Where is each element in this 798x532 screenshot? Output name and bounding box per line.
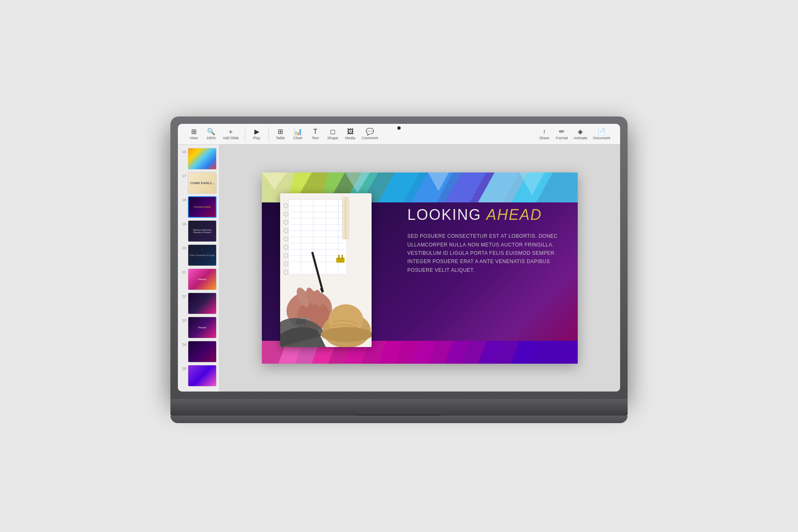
slide-thumbnail-inner <box>188 365 216 386</box>
list-item: 25 <box>178 365 219 387</box>
shape-icon: ◻ <box>330 128 335 135</box>
view-label: View <box>190 136 197 140</box>
slide-thumbnail-active[interactable]: LOOKING AHEAD <box>188 196 217 218</box>
table-button[interactable]: ⊞ Table <box>272 127 289 142</box>
media-label: Media <box>345 136 355 140</box>
slide-text-area: Looking Ahead Sed posuere consectetur es… <box>407 206 565 274</box>
laptop-hinge <box>357 412 441 416</box>
laptop-stand <box>170 399 628 416</box>
toolbar-group-right: ↑ Share ✏ Format ◈ Animate 📄 <box>532 127 616 142</box>
share-button[interactable]: ↑ Share <box>536 127 552 142</box>
screen-bezel: ⊞ View 🔍 100% ＋ Add Slide <box>178 124 620 392</box>
share-icon: ↑ <box>542 128 546 135</box>
slide-thumbnail[interactable] <box>188 293 217 314</box>
shape-button[interactable]: ◻ Shape <box>325 127 341 142</box>
toolbar-group-insert: ⊞ Table 📊 Chart T Text ◻ <box>268 127 384 142</box>
slide-thumbnail[interactable]: Nulls Consectetur Et Ligula <box>188 244 217 266</box>
document-icon: 📄 <box>597 128 606 135</box>
laptop-base <box>170 416 628 423</box>
slide-thumbnail[interactable]: Praesent <box>188 317 217 338</box>
slide-body-text: Sed posuere consectetur est at lobortis.… <box>407 232 565 274</box>
slide-number: 25 <box>180 367 186 371</box>
slide-thumbnail-inner <box>188 148 216 169</box>
format-icon: ✏ <box>559 128 564 135</box>
toolbar-group-view: ⊞ View 🔍 100% ＋ Add Slide <box>182 127 245 142</box>
slide-thumbnail[interactable] <box>188 148 217 170</box>
list-item: 21 Praesent <box>178 268 219 290</box>
view-icon: ⊞ <box>191 128 197 135</box>
slide-thumbnail-inner <box>188 293 216 314</box>
slide-panel[interactable]: 16 17 COME EARLY... <box>178 145 219 392</box>
comment-label: Comment <box>362 136 378 140</box>
slide-number: 21 <box>180 270 186 274</box>
slide-number: 20 <box>180 246 186 250</box>
table-icon: ⊞ <box>278 128 283 135</box>
view-button[interactable]: ⊞ View <box>185 127 202 142</box>
play-icon: ▶ <box>254 128 259 135</box>
slide-number: 16 <box>180 150 186 154</box>
slide-number: 23 <box>180 318 186 323</box>
laptop-body: ⊞ View 🔍 100% ＋ Add Slide <box>170 116 628 399</box>
chart-button[interactable]: 📊 Chart <box>290 127 306 142</box>
slide-number: 18 <box>180 198 186 202</box>
table-label: Table <box>276 136 285 140</box>
zoom-label: 100% <box>206 136 216 140</box>
svg-marker-21 <box>511 341 578 364</box>
slide-thumbnail[interactable]: Ridiculus Adipiscing Phasellus Praesent <box>188 220 217 242</box>
slide-number: 19 <box>180 222 186 226</box>
slide-thumbnail[interactable] <box>188 341 217 362</box>
text-button[interactable]: T Text <box>307 127 324 142</box>
slide-thumbnail[interactable]: COME EARLY... <box>188 172 217 194</box>
slide-thumbnail-inner: Praesent <box>188 317 216 338</box>
screen-content: ⊞ View 🔍 100% ＋ Add Slide <box>178 124 620 392</box>
text-icon: T <box>313 128 318 135</box>
slide-number: 22 <box>180 294 186 298</box>
svg-rect-50 <box>338 255 340 259</box>
animate-icon: ◈ <box>578 128 583 135</box>
zoom-icon: 🔍 <box>207 128 215 135</box>
format-button[interactable]: ✏ Format <box>553 127 570 142</box>
slide-number: 17 <box>180 174 186 178</box>
slide-thumbnail-inner: Ridiculus Adipiscing Phasellus Praesent <box>188 221 216 241</box>
slide-canvas[interactable]: Looking Ahead Sed posuere consectetur es… <box>262 172 578 364</box>
svg-rect-48 <box>345 197 347 239</box>
svg-point-63 <box>321 327 372 342</box>
slide-image-inner <box>280 193 372 347</box>
chart-label: Chart <box>293 136 303 140</box>
animate-button[interactable]: ◈ Animate <box>571 127 590 142</box>
play-label: Play <box>253 136 261 140</box>
camera <box>397 126 401 130</box>
list-item: 20 Nulls Consectetur Et Ligula <box>178 244 219 266</box>
main-area: 16 17 COME EARLY... <box>178 145 620 392</box>
animate-label: Animate <box>574 136 587 140</box>
add-slide-icon: ＋ <box>227 128 234 135</box>
format-label: Format <box>556 136 568 140</box>
slide-thumbnail[interactable] <box>188 365 217 387</box>
slide-thumbnail-inner: COME EARLY... <box>188 172 216 193</box>
slide-title-part2: Ahead <box>486 206 542 223</box>
desk-photo-svg <box>280 193 372 347</box>
slide-thumbnail-inner: LOOKING AHEAD <box>189 197 216 217</box>
slide-number: 24 <box>180 342 186 347</box>
shape-label: Shape <box>328 136 338 140</box>
list-item: 22 <box>178 293 219 314</box>
slide-thumbnail-inner: Nulls Consectetur Et Ligula <box>188 245 216 266</box>
slide-thumbnail[interactable]: Praesent <box>188 268 217 290</box>
add-slide-label: Add Slide <box>223 136 239 140</box>
toolbar-group-play: ▶ Play <box>245 127 268 142</box>
list-item: 23 Praesent <box>178 317 219 338</box>
slide-thumbnail-inner: Praesent <box>188 269 216 290</box>
list-item: 19 Ridiculus Adipiscing Phasellus Praese… <box>178 220 219 242</box>
slide-thumbnail-inner <box>188 341 216 362</box>
add-slide-button[interactable]: ＋ Add Slide <box>220 127 241 142</box>
zoom-button[interactable]: 🔍 100% <box>203 127 219 142</box>
chart-icon: 📊 <box>294 128 302 135</box>
canvas-area: Looking Ahead Sed posuere consectetur es… <box>219 145 620 392</box>
comment-button[interactable]: 💬 Comment <box>360 127 381 142</box>
media-icon: 🖼 <box>347 128 354 135</box>
document-button[interactable]: 📄 Document <box>591 127 613 142</box>
media-button[interactable]: 🖼 Media <box>342 127 359 142</box>
svg-rect-51 <box>342 255 343 259</box>
play-button[interactable]: ▶ Play <box>249 127 265 142</box>
list-item: 16 <box>178 148 219 170</box>
